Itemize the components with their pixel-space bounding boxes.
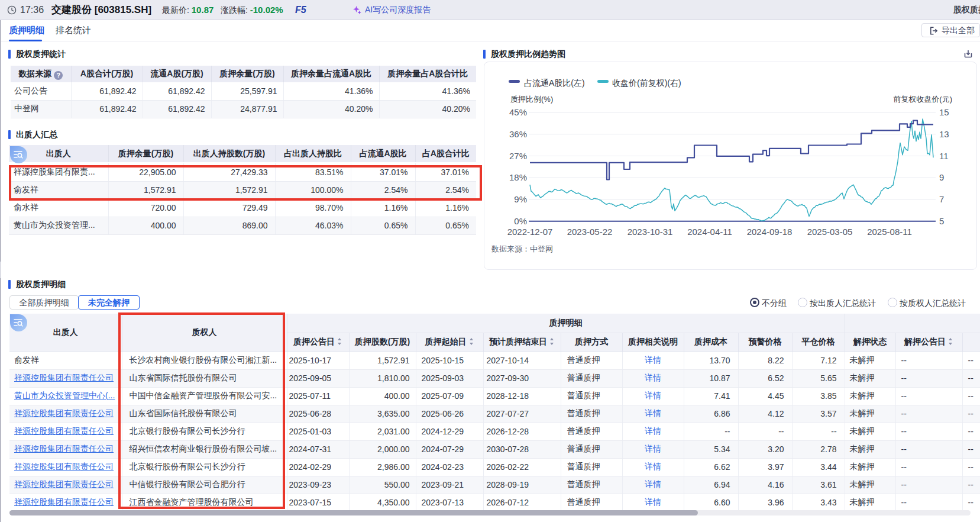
svg-text:2024-04-11: 2024-04-11	[687, 227, 732, 237]
svg-text:2022-12-07: 2022-12-07	[507, 227, 553, 237]
svg-text:0%: 0%	[514, 216, 527, 226]
svg-text:前复权收盘价(元): 前复权收盘价(元)	[893, 95, 952, 104]
svg-text:15: 15	[939, 107, 949, 117]
svg-text:2025-03-05: 2025-03-05	[807, 227, 853, 237]
svg-text:45%: 45%	[509, 107, 527, 117]
svg-text:5: 5	[939, 216, 944, 226]
svg-text:36%: 36%	[509, 129, 527, 139]
svg-text:18%: 18%	[509, 172, 527, 182]
svg-text:质押比例(%): 质押比例(%)	[510, 95, 553, 104]
svg-text:7: 7	[939, 194, 944, 204]
svg-text:9%: 9%	[514, 194, 527, 204]
svg-text:2023-10-31: 2023-10-31	[628, 227, 673, 237]
svg-text:2025-08-11: 2025-08-11	[867, 227, 912, 237]
svg-text:2023-05-22: 2023-05-22	[567, 227, 613, 237]
svg-text:收盘价(前复权)(右): 收盘价(前复权)(右)	[612, 78, 681, 88]
svg-text:数据来源：中登网: 数据来源：中登网	[491, 244, 553, 253]
svg-text:11: 11	[939, 151, 949, 161]
svg-text:9: 9	[939, 172, 944, 182]
svg-text:13: 13	[939, 129, 949, 139]
svg-text:27%: 27%	[509, 151, 527, 161]
svg-text:占流通A股比(左): 占流通A股比(左)	[524, 78, 585, 88]
svg-text:2024-09-18: 2024-09-18	[747, 227, 793, 237]
